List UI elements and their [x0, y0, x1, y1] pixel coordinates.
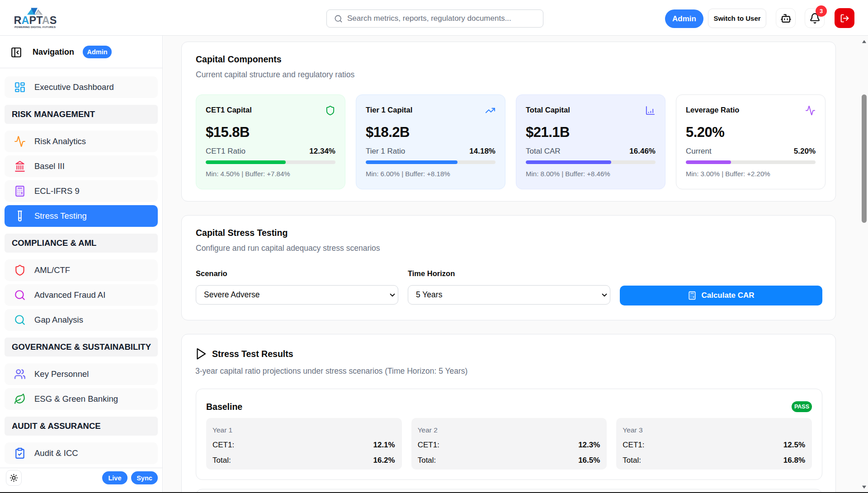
svg-text:RAPTAS: RAPTAS — [14, 14, 57, 26]
svg-text:POWERING DIGITAL FUTURES: POWERING DIGITAL FUTURES — [14, 25, 56, 28]
